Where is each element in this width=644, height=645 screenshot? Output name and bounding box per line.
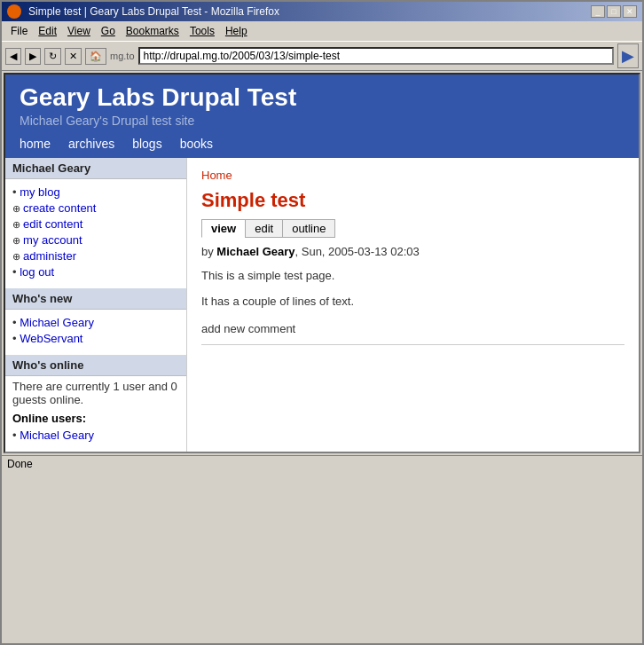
sidebar-online-michael-geary[interactable]: Michael Geary bbox=[12, 429, 179, 442]
close-button[interactable]: ✕ bbox=[623, 5, 637, 18]
post-author: Michael Geary bbox=[216, 245, 295, 258]
sidebar-log-out[interactable]: log out bbox=[12, 265, 179, 279]
breadcrumb: Home bbox=[201, 169, 624, 182]
firefox-icon bbox=[7, 4, 21, 19]
sidebar-section-michael-geary: Michael Geary bbox=[5, 158, 186, 179]
post-date: , Sun, 2005-03-13 02:03 bbox=[295, 245, 420, 258]
sidebar-my-blog[interactable]: my blog bbox=[12, 185, 179, 199]
site-subtitle: Michael Geary's Drupal test site bbox=[20, 114, 624, 128]
tab-edit[interactable]: edit bbox=[245, 219, 283, 238]
sidebar-content-2: Michael Geary WebServant bbox=[5, 310, 186, 355]
window-title: Simple test | Geary Labs Drupal Test - M… bbox=[28, 5, 279, 18]
title-bar: Simple test | Geary Labs Drupal Test - M… bbox=[2, 2, 642, 21]
post-meta: by Michael Geary, Sun, 2005-03-13 02:03 bbox=[201, 245, 624, 258]
sidebar-administer[interactable]: administer bbox=[12, 249, 179, 263]
tab-outline[interactable]: outline bbox=[282, 219, 335, 238]
sidebar-section-whos-online: Who's online bbox=[5, 355, 186, 376]
post-body: This is a simple test page. It has a cou… bbox=[201, 267, 624, 311]
page-title: Simple test bbox=[201, 189, 624, 212]
site-header: Geary Labs Drupal Test Michael Geary's D… bbox=[5, 75, 639, 133]
address-input[interactable] bbox=[138, 47, 614, 65]
sidebar-create-content[interactable]: create content bbox=[12, 201, 179, 215]
sidebar-content-3: There are currently 1 user and 0 guests … bbox=[5, 376, 186, 452]
separator bbox=[201, 344, 624, 345]
address-bar bbox=[138, 47, 614, 65]
title-bar-text: Simple test | Geary Labs Drupal Test - M… bbox=[7, 4, 279, 19]
sidebar-my-account[interactable]: my account bbox=[12, 233, 179, 247]
breadcrumb-home[interactable]: Home bbox=[201, 169, 232, 182]
main-content: Home Simple test view edit outline by Mi… bbox=[187, 158, 639, 452]
menu-bookmarks[interactable]: Bookmarks bbox=[121, 23, 185, 39]
menu-file[interactable]: File bbox=[5, 23, 33, 39]
menu-go[interactable]: Go bbox=[96, 23, 121, 39]
post-line-2: It has a couple of lines of text. bbox=[201, 293, 624, 311]
post-by: by bbox=[201, 245, 214, 258]
sidebar-edit-content[interactable]: edit content bbox=[12, 217, 179, 231]
site-body: Michael Geary my blog create content edi… bbox=[5, 158, 639, 452]
site-wrapper: Geary Labs Drupal Test Michael Geary's D… bbox=[4, 73, 640, 453]
nav-home[interactable]: home bbox=[20, 137, 51, 151]
menu-bar: File Edit View Go Bookmarks Tools Help bbox=[2, 21, 642, 41]
forward-button[interactable]: ▶ bbox=[25, 48, 41, 65]
sidebar: Michael Geary my blog create content edi… bbox=[5, 158, 187, 452]
nav-blogs[interactable]: blogs bbox=[132, 137, 161, 151]
sidebar-webservant[interactable]: WebServant bbox=[12, 332, 179, 345]
post-line-1: This is a simple test page. bbox=[201, 267, 624, 286]
tab-view[interactable]: view bbox=[201, 219, 246, 238]
nav-books[interactable]: books bbox=[180, 137, 213, 151]
menu-help[interactable]: Help bbox=[220, 23, 253, 39]
online-label: Online users: bbox=[12, 412, 179, 425]
status-text: Done bbox=[7, 458, 33, 470]
toolbar: ◀ ▶ ↻ ✕ 🏠 mg.to ▶ bbox=[2, 41, 642, 71]
site-title: Geary Labs Drupal Test bbox=[20, 83, 624, 112]
back-button[interactable]: ◀ bbox=[5, 48, 21, 65]
home-button[interactable]: 🏠 bbox=[85, 48, 106, 65]
nav-archives[interactable]: archives bbox=[68, 137, 114, 151]
window-controls: _ □ ✕ bbox=[591, 5, 637, 18]
stop-button[interactable]: ✕ bbox=[65, 48, 82, 65]
status-bar: Done bbox=[2, 455, 642, 472]
go-button[interactable]: ▶ bbox=[617, 43, 639, 68]
tabs: view edit outline bbox=[201, 219, 624, 238]
menu-edit[interactable]: Edit bbox=[33, 23, 62, 39]
maximize-button[interactable]: □ bbox=[607, 5, 621, 18]
mg-to-label: mg.to bbox=[110, 51, 135, 61]
menu-tools[interactable]: Tools bbox=[185, 23, 220, 39]
sidebar-content-1: my blog create content edit content my a… bbox=[5, 179, 186, 288]
minimize-button[interactable]: _ bbox=[591, 5, 605, 18]
add-comment[interactable]: add new comment bbox=[201, 322, 624, 335]
site-nav: home archives blogs books bbox=[5, 133, 639, 158]
menu-view[interactable]: View bbox=[62, 23, 96, 39]
sidebar-section-whos-new: Who's new bbox=[5, 288, 186, 310]
reload-button[interactable]: ↻ bbox=[44, 48, 61, 65]
online-text: There are currently 1 user and 0 guests … bbox=[12, 380, 179, 406]
sidebar-michael-geary-new[interactable]: Michael Geary bbox=[12, 316, 179, 329]
